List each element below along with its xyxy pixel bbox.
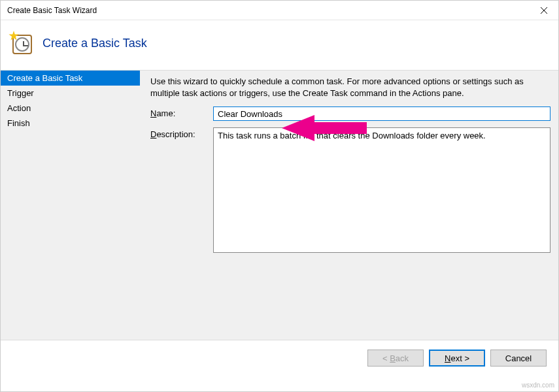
titlebar: Create Basic Task Wizard xyxy=(1,1,558,20)
description-label: Description: xyxy=(150,127,213,139)
next-button[interactable]: Next > xyxy=(429,350,485,367)
close-icon xyxy=(541,7,547,14)
sidebar-item-finish[interactable]: Finish xyxy=(1,116,140,131)
back-button: < Back xyxy=(367,350,424,367)
wizard-content: Create a Basic Task Trigger Action Finis… xyxy=(1,70,558,340)
name-input[interactable] xyxy=(213,106,551,121)
sidebar-item-label: Finish xyxy=(7,118,30,128)
page-title: Create a Basic Task xyxy=(42,37,147,50)
name-label: Name: xyxy=(150,106,213,118)
description-row: Description: xyxy=(150,127,551,253)
intro-text: Use this wizard to quickly schedule a co… xyxy=(150,76,551,99)
sidebar-item-action[interactable]: Action xyxy=(1,101,140,116)
description-input[interactable] xyxy=(213,127,551,253)
sidebar-item-label: Create a Basic Task xyxy=(7,73,82,83)
cancel-button[interactable]: Cancel xyxy=(490,350,547,367)
wizard-footer: < Back Next > Cancel xyxy=(1,340,558,376)
wizard-main: Use this wizard to quickly schedule a co… xyxy=(140,71,558,340)
wizard-sidebar: Create a Basic Task Trigger Action Finis… xyxy=(1,71,140,340)
close-button[interactable] xyxy=(529,1,558,20)
name-row: Name: xyxy=(150,106,551,121)
watermark: wsxdn.com xyxy=(522,382,554,389)
sidebar-item-create[interactable]: Create a Basic Task xyxy=(1,71,140,86)
sidebar-item-trigger[interactable]: Trigger xyxy=(1,86,140,101)
sidebar-item-label: Trigger xyxy=(7,88,34,98)
window-title: Create Basic Task Wizard xyxy=(7,6,97,15)
wizard-header: Create a Basic Task xyxy=(1,20,558,70)
sidebar-item-label: Action xyxy=(7,103,31,113)
wizard-icon xyxy=(10,32,32,54)
